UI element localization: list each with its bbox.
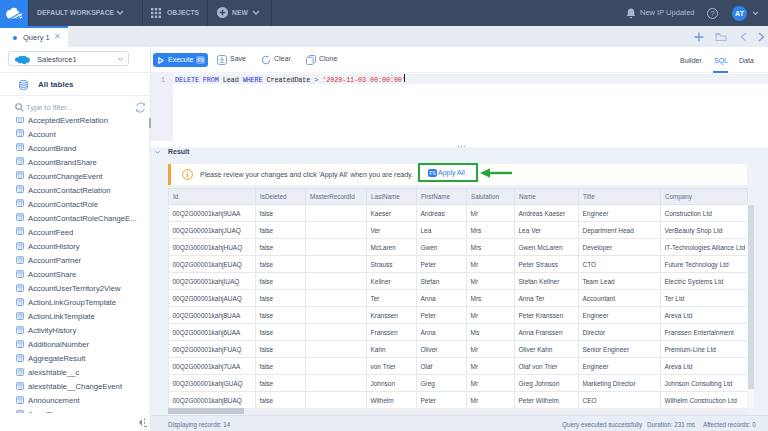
svg-text:?: ? [710,9,714,18]
